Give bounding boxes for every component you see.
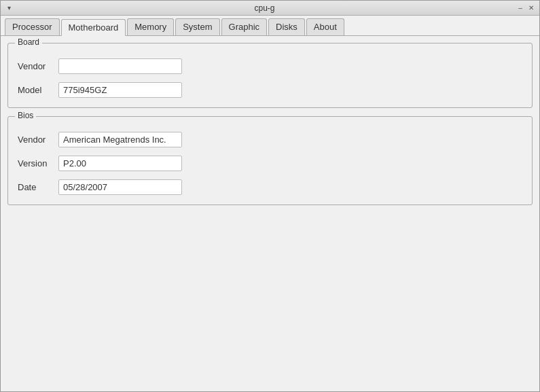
tab-memory[interactable]: Memory xyxy=(127,18,174,35)
bios-date-label: Date xyxy=(18,182,58,192)
tab-bar: Processor Motherboard Memory System Grap… xyxy=(1,16,539,36)
tab-processor[interactable]: Processor xyxy=(5,18,60,35)
board-vendor-row: Vendor xyxy=(18,58,522,74)
close-button[interactable]: ✕ xyxy=(527,4,535,12)
bios-vendor-row: Vendor xyxy=(18,132,522,147)
window-title: cpu-g xyxy=(13,3,516,13)
title-bar: ▾ cpu-g – ✕ xyxy=(1,1,539,16)
tab-system[interactable]: System xyxy=(175,18,219,35)
tab-graphic[interactable]: Graphic xyxy=(221,18,268,35)
tab-motherboard[interactable]: Motherboard xyxy=(61,19,126,36)
minimize-button[interactable]: – xyxy=(516,4,524,12)
content-area: Board Vendor Model Bios Vendor Version xyxy=(1,36,539,391)
board-group: Board Vendor Model xyxy=(7,43,533,108)
board-vendor-label: Vendor xyxy=(18,61,58,71)
tab-disks[interactable]: Disks xyxy=(268,18,305,35)
window-menu-icon[interactable]: ▾ xyxy=(5,4,13,12)
main-window: ▾ cpu-g – ✕ Processor Motherboard Memory… xyxy=(0,0,540,392)
bios-version-row: Version xyxy=(18,156,522,171)
bios-vendor-input[interactable] xyxy=(58,132,182,147)
board-model-label: Model xyxy=(18,85,58,95)
board-model-input[interactable] xyxy=(58,82,182,98)
bios-version-input[interactable] xyxy=(58,156,182,171)
bios-version-label: Version xyxy=(18,158,58,168)
bios-legend: Bios xyxy=(15,111,36,120)
tab-about[interactable]: About xyxy=(306,18,344,35)
board-vendor-input[interactable] xyxy=(58,58,182,74)
bios-group: Bios Vendor Version Date xyxy=(7,116,533,205)
title-bar-controls: – ✕ xyxy=(516,4,535,12)
board-model-row: Model xyxy=(18,82,522,98)
board-legend: Board xyxy=(15,37,42,47)
bios-date-row: Date xyxy=(18,179,522,195)
bios-vendor-label: Vendor xyxy=(18,135,58,145)
bios-date-input[interactable] xyxy=(58,179,182,195)
